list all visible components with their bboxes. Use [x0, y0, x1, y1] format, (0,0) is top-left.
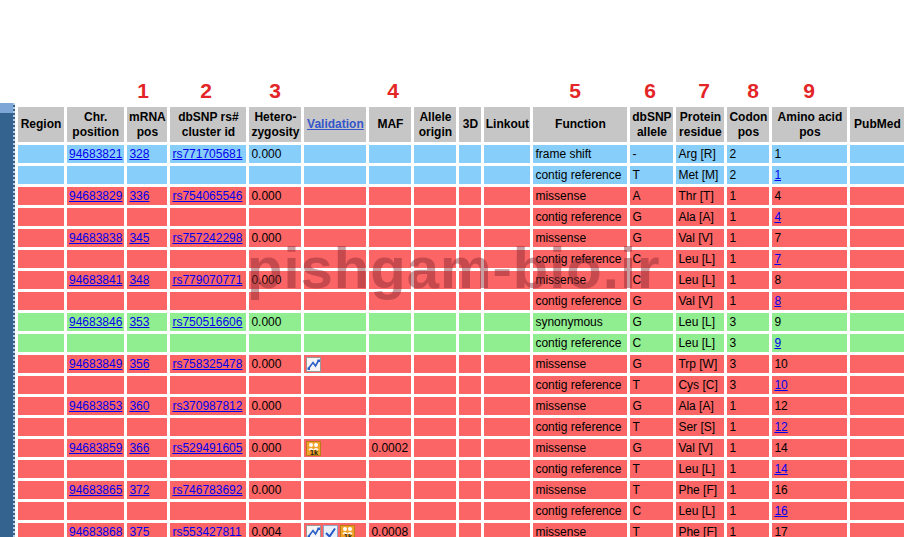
mrna-pos-cell-link[interactable]: 348 [129, 273, 149, 287]
amino-acid-pos-cell-link[interactable]: 9 [774, 336, 781, 350]
linkout-cell [484, 313, 530, 331]
function-cell: missense [533, 187, 627, 205]
rs-cluster-id-cell: rs750516606 [170, 313, 246, 331]
mrna-pos-cell: 375 [127, 523, 167, 537]
codon-pos-cell-text: 2 [729, 168, 736, 182]
chr-position-cell-link[interactable]: 94683838 [69, 231, 122, 245]
amino-acid-pos-cell-link[interactable]: 7 [774, 252, 781, 266]
protein-residue-cell-text: Leu [L] [678, 462, 715, 476]
3d-cell [459, 271, 481, 289]
function-cell-text: contig reference [535, 420, 621, 434]
codon-pos-cell: 1 [727, 481, 769, 499]
mrna-pos-cell-link[interactable]: 328 [129, 147, 149, 161]
chr-position-cell: 94683853 [67, 397, 124, 415]
3d-cell [459, 460, 481, 478]
rs-cluster-id-cell-link[interactable]: rs758325478 [172, 357, 242, 371]
left-panel-edge-cap [0, 103, 13, 113]
chr-position-cell-link[interactable]: 94683865 [69, 483, 122, 497]
codon-pos-cell-text: 1 [729, 462, 736, 476]
chr-position-cell: 94683865 [67, 481, 124, 499]
amino-acid-pos-cell-link[interactable]: 16 [774, 504, 787, 518]
rs-cluster-id-cell-link[interactable]: rs750516606 [172, 315, 242, 329]
rs-cluster-id-cell-link[interactable]: rs553427811 [172, 525, 241, 537]
rs-cluster-id-cell-link[interactable]: rs529491605 [172, 441, 242, 455]
rs-cluster-id-cell: rs758325478 [170, 355, 246, 373]
mrna-pos-cell-link[interactable]: 345 [129, 231, 149, 245]
chr-position-cell-link[interactable]: 94683868 [69, 525, 122, 537]
dbsnp-allele-cell-text: C [632, 504, 641, 518]
protein-residue-cell: Leu [L] [676, 502, 724, 520]
dbsnp-allele-cell: C [630, 250, 673, 268]
amino-acid-pos-cell-link[interactable]: 12 [774, 420, 787, 434]
validation-header-link[interactable]: Validation [307, 117, 364, 131]
rs-cluster-id-cell: rs771705681 [170, 145, 246, 163]
amino-acid-pos-cell-link[interactable]: 4 [774, 210, 781, 224]
heterozygosity-cell: 0.000 [249, 229, 301, 247]
mrna-pos-cell-link[interactable]: 353 [129, 315, 149, 329]
amino-acid-pos-cell-link[interactable]: 10 [774, 378, 787, 392]
table-row: 94683838345rs7572422980.000missenseGVal … [18, 229, 904, 247]
mrna-pos-cell: 348 [127, 271, 167, 289]
codon-pos-cell: 1 [727, 523, 769, 537]
allele-origin-cell [414, 166, 456, 184]
region-cell [18, 460, 64, 478]
protein-residue-cell-text: Leu [L] [678, 336, 715, 350]
rs-cluster-id-cell-link[interactable]: rs779070771 [172, 273, 242, 287]
protein-residue-cell: Ala [A] [676, 208, 724, 226]
mrna-pos-cell-link[interactable]: 366 [129, 441, 149, 455]
chr-position-cell: 94683849 [67, 355, 124, 373]
allele-origin-cell [414, 229, 456, 247]
annotation-number-1: 1 [137, 79, 149, 103]
region-cell [18, 355, 64, 373]
amino-acid-pos-cell-link[interactable]: 1 [774, 168, 781, 182]
3d-cell [459, 292, 481, 310]
allele-origin-cell [414, 439, 456, 457]
mrna-pos-cell-link[interactable]: 372 [129, 483, 149, 497]
chr-position-cell-link[interactable]: 94683821 [69, 147, 122, 161]
heterozygosity-cell-text: 0.000 [251, 483, 281, 497]
dbsnp-allele-cell: G [630, 208, 673, 226]
3d-cell [459, 334, 481, 352]
dbsnp-allele-cell: C [630, 334, 673, 352]
function-cell-text: contig reference [535, 294, 621, 308]
chr-position-cell-link[interactable]: 94683849 [69, 357, 122, 371]
mrna-pos-cell-link[interactable]: 360 [129, 399, 149, 413]
dbsnp-allele-cell: T [630, 418, 673, 436]
mrna-pos-cell-link[interactable]: 375 [129, 525, 149, 537]
function-cell-text: missense [535, 189, 586, 203]
region-cell [18, 187, 64, 205]
pubmed-cell [850, 502, 904, 520]
codon-pos-cell: 3 [727, 376, 769, 394]
protein-residue-cell: Ser [S] [676, 418, 724, 436]
rs-cluster-id-cell-link[interactable]: rs757242298 [172, 231, 242, 245]
rs-cluster-id-cell-link[interactable]: rs370987812 [172, 399, 242, 413]
mrna-pos-cell-link[interactable]: 336 [129, 189, 149, 203]
rs-cluster-id-cell-link[interactable]: rs754065546 [172, 189, 242, 203]
codon-pos-cell: 1 [727, 460, 769, 478]
3d-cell [459, 418, 481, 436]
amino-acid-pos-cell-link[interactable]: 14 [774, 462, 787, 476]
amino-acid-pos-cell-link[interactable]: 8 [774, 294, 781, 308]
rs-cluster-id-cell-link[interactable]: rs746783692 [172, 483, 242, 497]
rs-cluster-id-cell-link[interactable]: rs771705681 [172, 147, 242, 161]
col-header-region: Region [18, 107, 64, 142]
protein-residue-cell: Leu [L] [676, 334, 724, 352]
mrna-pos-cell: 328 [127, 145, 167, 163]
chr-position-cell-link[interactable]: 94683846 [69, 315, 122, 329]
protein-residue-cell-text: Val [V] [678, 294, 712, 308]
linkout-cell [484, 397, 530, 415]
chr-position-cell-link[interactable]: 94683829 [69, 189, 122, 203]
chr-position-cell-link[interactable]: 94683853 [69, 399, 122, 413]
amino-acid-pos-cell: 10 [772, 355, 847, 373]
dbsnp-allele-cell-text: A [632, 189, 640, 203]
col-header-mrna-pos: mRNA pos [127, 107, 167, 142]
table-row: contig referenceGVal [V]18 [18, 292, 904, 310]
mrna-pos-cell-link[interactable]: 356 [129, 357, 149, 371]
allele-origin-cell [414, 355, 456, 373]
chr-position-cell: 94683829 [67, 187, 124, 205]
chr-position-cell-link[interactable]: 94683859 [69, 441, 122, 455]
linkout-cell [484, 271, 530, 289]
heterozygosity-cell-text: 0.000 [251, 315, 281, 329]
function-cell-text: contig reference [535, 504, 621, 518]
chr-position-cell-link[interactable]: 94683841 [69, 273, 122, 287]
